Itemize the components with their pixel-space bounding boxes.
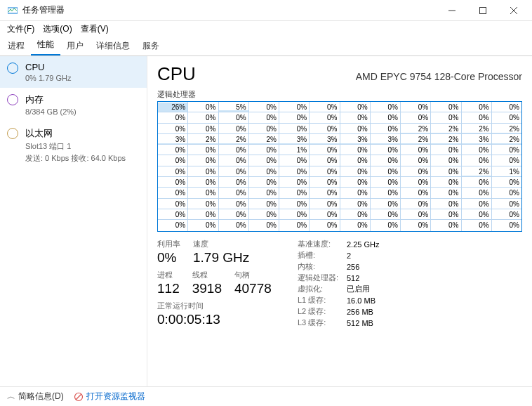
core-cell: 0% xyxy=(401,166,431,177)
core-cell: 0% xyxy=(431,220,461,230)
core-cell: 2% xyxy=(492,134,521,145)
core-cell: 0% xyxy=(462,145,492,155)
tab-详细信息[interactable]: 详细信息 xyxy=(90,37,136,55)
core-cell: 2% xyxy=(431,124,461,134)
core-cell: 2% xyxy=(401,134,431,145)
sidebar-item-CPU[interactable]: CPU0% 1.79 GHz xyxy=(0,56,147,88)
core-cell: 0% xyxy=(371,188,401,198)
fewer-details-link[interactable]: ︿ 简略信息(D) xyxy=(7,391,64,402)
sidebar-item-title: 内存 xyxy=(25,93,77,106)
util-value: 0% xyxy=(157,250,180,266)
core-cell: 0% xyxy=(310,209,340,220)
stat-value: 256 xyxy=(347,263,359,271)
core-cell: 2% xyxy=(219,134,249,145)
core-cell: 0% xyxy=(249,188,279,198)
core-cell: 2% xyxy=(462,124,492,134)
core-cell: 3% xyxy=(279,134,310,145)
core-cell: 0% xyxy=(401,220,431,230)
core-cell: 0% xyxy=(340,166,371,177)
core-cell: 0% xyxy=(249,155,279,166)
core-cell: 0% xyxy=(340,199,371,209)
core-cell: 2% xyxy=(462,166,492,177)
core-cell: 0% xyxy=(249,166,279,177)
core-cell: 0% xyxy=(492,209,521,220)
sidebar-item-内存[interactable]: 内存8/384 GB (2%) xyxy=(0,88,147,122)
core-cell: 0% xyxy=(401,209,431,220)
menu-file[interactable]: 文件(F) xyxy=(3,22,39,37)
core-cell: 0% xyxy=(279,220,310,230)
core-cell: 0% xyxy=(249,124,279,134)
core-cell: 0% xyxy=(219,199,249,209)
tab-进程[interactable]: 进程 xyxy=(1,37,31,55)
proc-value: 112 xyxy=(157,281,180,296)
core-cell: 0% xyxy=(462,112,492,123)
maximize-button[interactable] xyxy=(467,0,498,21)
resource-monitor-link[interactable]: 打开资源监视器 xyxy=(74,391,145,402)
handle-value: 40778 xyxy=(234,281,272,296)
core-cell: 0% xyxy=(310,188,340,198)
cpu-heading: CPU xyxy=(157,63,196,85)
core-cell: 0% xyxy=(401,102,431,112)
tab-服务[interactable]: 服务 xyxy=(136,37,166,55)
core-cell: 0% xyxy=(431,102,461,112)
core-cell: 0% xyxy=(371,155,401,166)
core-cell: 0% xyxy=(188,177,218,188)
stat-row: L2 缓存:256 MB xyxy=(298,306,379,317)
tab-bar: 进程性能用户详细信息服务 xyxy=(0,37,532,56)
core-cell: 0% xyxy=(462,220,492,230)
core-cell: 0% xyxy=(310,112,340,123)
core-cell: 0% xyxy=(279,112,310,123)
menu-bar: 文件(F) 选项(O) 查看(V) xyxy=(0,21,532,37)
tab-用户[interactable]: 用户 xyxy=(60,37,90,55)
core-cell: 0% xyxy=(340,112,371,123)
core-cell: 0% xyxy=(371,166,401,177)
sidebar-item-title: CPU xyxy=(25,62,71,72)
close-button[interactable] xyxy=(498,0,529,21)
ring-icon xyxy=(7,63,18,74)
core-cell: 2% xyxy=(249,134,279,145)
core-cell: 0% xyxy=(188,102,218,112)
footer: ︿ 简略信息(D) 打开资源监视器 xyxy=(0,386,532,406)
core-cell: 2% xyxy=(188,134,218,145)
core-cell: 0% xyxy=(249,220,279,230)
core-cell: 0% xyxy=(462,102,492,112)
stat-value: 2 xyxy=(347,251,351,260)
core-cell: 0% xyxy=(219,145,249,155)
stat-label: L3 缓存: xyxy=(298,317,347,328)
thread-value: 3918 xyxy=(192,281,222,296)
stat-row: L1 缓存:16.0 MB xyxy=(298,295,379,306)
core-cell: 0% xyxy=(249,112,279,123)
sidebar: CPU0% 1.79 GHz内存8/384 GB (2%)以太网Slot13 端… xyxy=(0,56,147,386)
stat-row: 基准速度:2.25 GHz xyxy=(298,239,379,250)
core-cell: 0% xyxy=(188,124,218,134)
stat-label: 逻辑处理器: xyxy=(298,273,347,283)
menu-options[interactable]: 选项(O) xyxy=(39,22,76,37)
core-cell: 0% xyxy=(431,112,461,123)
tab-性能[interactable]: 性能 xyxy=(31,35,60,55)
stat-label: 插槽: xyxy=(298,250,347,261)
handle-label: 句柄 xyxy=(234,270,272,280)
core-cell: 0% xyxy=(401,155,431,166)
core-cell: 2% xyxy=(401,124,431,134)
ring-icon xyxy=(7,94,18,105)
core-cell: 0% xyxy=(249,177,279,188)
minimize-button[interactable] xyxy=(437,0,467,21)
core-cell: 0% xyxy=(279,188,310,198)
core-grid[interactable]: 26%0%5%0%0%0%0%0%0%0%0%0%0%0%0%0%0%0%0%0… xyxy=(157,101,522,232)
stat-value: 256 MB xyxy=(347,308,373,316)
sidebar-item-以太网[interactable]: 以太网Slot13 端口 1发送: 0 Kbps 接收: 64.0 Kbps xyxy=(0,122,147,169)
core-cell: 0% xyxy=(279,166,310,177)
core-cell: 0% xyxy=(492,188,521,198)
stat-label: 基准速度: xyxy=(298,239,347,249)
menu-view[interactable]: 查看(V) xyxy=(77,22,113,37)
core-cell: 0% xyxy=(371,199,401,209)
core-cell: 0% xyxy=(158,166,188,177)
core-cell: 0% xyxy=(371,102,401,112)
core-cell: 0% xyxy=(188,199,218,209)
core-cell: 0% xyxy=(310,177,340,188)
app-icon xyxy=(7,5,18,16)
util-label: 利用率 xyxy=(157,239,180,249)
core-cell: 0% xyxy=(401,177,431,188)
core-cell: 0% xyxy=(279,199,310,209)
core-cell: 0% xyxy=(188,112,218,123)
